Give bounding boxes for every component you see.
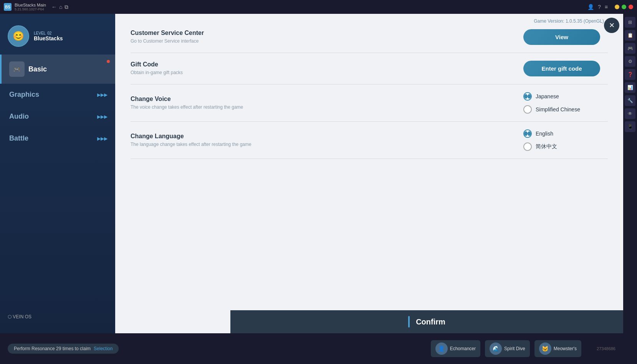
app-version: 5.21.560.1027-P64 [15, 7, 46, 11]
toolbar-btn-1[interactable]: ⊞ [625, 17, 635, 28]
change-voice-control: Japanese Simplified Chinese [523, 92, 608, 114]
change-voice-info: Change Voice The voice change takes effe… [131, 96, 523, 111]
app-name: BlueStacks Main [15, 3, 46, 7]
change-language-info: Change Language The language change take… [131, 133, 523, 148]
gift-code-info: Gift Code Obtain in-game gift packs [131, 61, 523, 76]
nav-back-icon[interactable]: ← [51, 4, 57, 10]
player-id: 27348686 [597, 346, 615, 351]
customer-service-control: View [523, 29, 608, 45]
change-voice-row: Change Voice The voice change takes effe… [131, 84, 608, 122]
notification-dot [107, 60, 110, 63]
sidebar-item-basic[interactable]: 🎮 Basic [0, 55, 115, 84]
sidebar-footer: ⬡ VEIN OS [0, 308, 115, 326]
sidebar-user-info: LEVEL 02 BlueStacks [34, 31, 63, 41]
confirm-bar[interactable]: Confirm [230, 310, 623, 333]
character-list: 👤 Echomancer 🌊 Spirit Dive 🐱 Meowster's [431, 340, 581, 357]
spirit-dive-name: Spirit Dive [504, 346, 525, 351]
minimize-button[interactable] [615, 5, 619, 9]
sidebar-item-audio[interactable]: Audio ▶▶▶ [0, 106, 115, 127]
settings-sidebar: 😊 LEVEL 02 BlueStacks 🎮 Basic Graphics ▶… [0, 14, 115, 333]
radio-simplified-chinese-lang[interactable]: 简休中文 [523, 142, 557, 151]
customer-service-row: Customer Service Center Go to Customer S… [131, 22, 608, 53]
sidebar-avatar: 😊 [8, 25, 29, 47]
change-language-control: English 简休中文 [523, 129, 608, 151]
char-echomancer[interactable]: 👤 Echomancer [431, 340, 480, 357]
customer-service-title: Customer Service Center [131, 30, 516, 36]
right-toolbar: ⊞ 📋 🎮 ⚙ ❓ 📊 🔧 👁 📱 [623, 14, 637, 364]
gift-code-row: Gift Code Obtain in-game gift packs Ente… [131, 53, 608, 84]
toolbar-btn-5[interactable]: ❓ [625, 69, 635, 80]
settings-overlay: 😊 LEVEL 02 BlueStacks 🎮 Basic Graphics ▶… [0, 14, 623, 333]
echomancer-name: Echomancer [450, 346, 476, 351]
char-spirit-dive[interactable]: 🌊 Spirit Dive [485, 340, 530, 357]
basic-icon: 🎮 [9, 61, 25, 77]
window-controls: 👤 ? ≡ [587, 4, 633, 10]
toolbar-btn-2[interactable]: 📋 [625, 30, 635, 41]
enter-gift-code-button[interactable]: Enter gift code [523, 61, 600, 76]
gift-code-desc: Obtain in-game gift packs [131, 69, 516, 76]
char-meowster[interactable]: 🐱 Meowster's [534, 340, 581, 357]
radio-simplified-chinese-label: Simplified Chinese [536, 106, 580, 113]
toolbar-btn-8[interactable]: 👁 [625, 108, 635, 119]
battle-arrow-icon: ▶▶▶ [97, 136, 108, 141]
nav-copy-icon[interactable]: ⧉ [65, 4, 68, 10]
change-language-row: Change Language The language change take… [131, 122, 608, 159]
sidebar-item-battle[interactable]: Battle ▶▶▶ [0, 127, 115, 149]
sidebar-item-graphics-label: Graphics [9, 91, 39, 99]
user-icon[interactable]: 👤 [587, 4, 594, 10]
radio-english-circle [523, 129, 532, 138]
toolbar-btn-9[interactable]: 📱 [625, 121, 635, 132]
confirm-label: Confirm [416, 318, 445, 326]
radio-simplified-chinese-lang-label: 简休中文 [536, 143, 557, 150]
audio-arrow-icon: ▶▶▶ [97, 114, 108, 119]
customer-service-desc: Go to Customer Service interface [131, 38, 516, 45]
gift-code-control: Enter gift code [523, 61, 608, 76]
meowster-name: Meowster's [554, 346, 577, 351]
sidebar-item-basic-label: Basic [28, 65, 47, 73]
close-button[interactable] [629, 5, 633, 9]
sidebar-username: BlueStacks [34, 35, 63, 41]
titlebar: BS BlueStacks Main 5.21.560.1027-P64 ← ⌂… [0, 0, 637, 14]
view-button[interactable]: View [523, 29, 600, 45]
radio-simplified-chinese-lang-circle [523, 142, 532, 151]
game-version: Game Version: 1.0.5.35 (OpenGL) [534, 18, 604, 24]
sidebar-item-battle-label: Battle [9, 134, 28, 142]
radio-japanese-label: Japanese [536, 93, 559, 99]
toolbar-btn-6[interactable]: 📊 [625, 82, 635, 93]
radio-english-label: English [536, 131, 553, 137]
maximize-button[interactable] [622, 5, 626, 9]
sidebar-item-graphics[interactable]: Graphics ▶▶▶ [0, 84, 115, 106]
radio-japanese[interactable]: Japanese [523, 92, 559, 101]
radio-simplified-chinese-circle [523, 105, 532, 114]
sidebar-item-audio-label: Audio [9, 113, 29, 121]
selection-link[interactable]: Selection [94, 346, 113, 351]
graphics-arrow-icon: ▶▶▶ [97, 92, 108, 98]
bottom-notification: Perform Resonance 29 times to claim Sele… [8, 344, 119, 354]
confirm-indicator [408, 316, 410, 328]
radio-simplified-chinese[interactable]: Simplified Chinese [523, 105, 580, 114]
change-language-desc: The language change takes effect after r… [131, 141, 516, 148]
echomancer-avatar: 👤 [435, 342, 448, 355]
app-icon: BS [4, 3, 12, 11]
spirit-dive-avatar: 🌊 [490, 342, 502, 355]
veinos-logo: ⬡ VEIN OS [8, 314, 31, 319]
bottom-bar: Perform Resonance 29 times to claim Sele… [0, 333, 623, 364]
radio-english[interactable]: English [523, 129, 553, 138]
sidebar-level-label: LEVEL [34, 31, 46, 35]
sidebar-level-value: 02 [47, 31, 51, 35]
help-icon[interactable]: ? [598, 4, 601, 10]
toolbar-btn-4[interactable]: ⚙ [625, 56, 635, 67]
toolbar-btn-3[interactable]: 🎮 [625, 43, 635, 54]
menu-icon[interactable]: ≡ [605, 4, 608, 10]
change-voice-desc: The voice change takes effect after rest… [131, 104, 516, 111]
modal-close-button[interactable]: ✕ [604, 18, 619, 33]
nav-home-icon[interactable]: ⌂ [59, 4, 62, 10]
sidebar-profile: 😊 LEVEL 02 BlueStacks [0, 22, 115, 55]
gift-code-title: Gift Code [131, 61, 516, 68]
customer-service-info: Customer Service Center Go to Customer S… [131, 30, 523, 45]
change-language-title: Change Language [131, 133, 516, 140]
radio-japanese-circle [523, 92, 532, 101]
meowster-avatar: 🐱 [539, 342, 551, 355]
change-voice-title: Change Voice [131, 96, 516, 103]
toolbar-btn-7[interactable]: 🔧 [625, 95, 635, 106]
